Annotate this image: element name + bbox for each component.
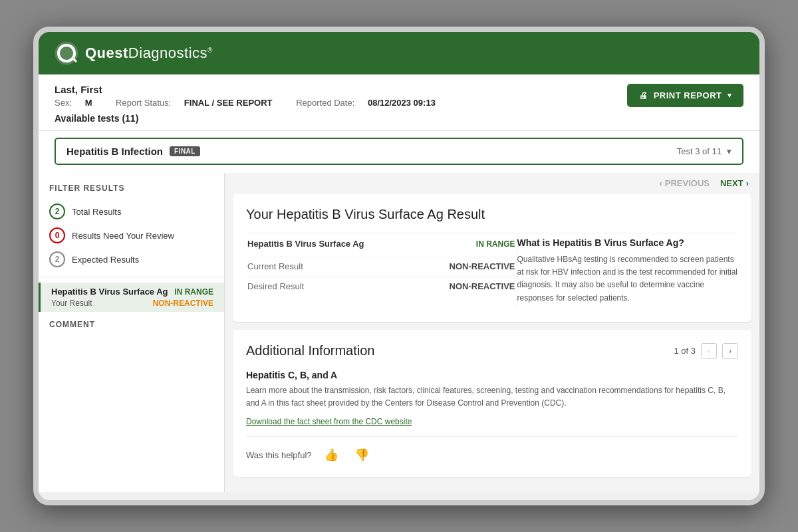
right-panel: ‹ PREVIOUS NEXT › Your Hepatitis B Virus… <box>225 173 759 492</box>
result-item-row-1: Hepatitis B Virus Surface Ag IN RANGE <box>51 287 213 297</box>
header: QuestDiagnostics® <box>39 32 759 74</box>
patient-bar: Last, First Sex: M Report Status: FINAL … <box>39 74 759 131</box>
result-item-hbv[interactable]: Hepatitis B Virus Surface Ag IN RANGE Yo… <box>39 283 224 312</box>
print-report-button[interactable]: 🖨 PRINT REPORT ▾ <box>627 84 743 107</box>
hbv-surface-ag-name: Hepatitis B Virus Surface Ag <box>51 287 168 297</box>
test-count: Test 3 of 11 ▾ <box>677 146 732 156</box>
helpful-row: Was this helpful? 👍 👎 <box>246 446 738 464</box>
available-tests: Available tests (11) <box>55 113 457 124</box>
col-test-status: IN RANGE <box>419 239 515 255</box>
result-item-row-2: Your Result NON-REACTIVE <box>51 299 213 308</box>
additional-info-header: Additional Information 1 of 3 ‹ › <box>246 343 738 359</box>
report-status-field: Report Status: FINAL / SEE REPORT <box>116 98 285 108</box>
sex-field: Sex: M <box>55 98 105 108</box>
test-name: Hepatitis B Infection <box>66 146 163 157</box>
what-is-text: Qualitative HBsAg testing is recommended… <box>517 253 739 305</box>
test-selector-left: Hepatitis B Infection FINAL <box>66 146 200 157</box>
expected-results-label: Expected Results <box>72 255 139 265</box>
thumbs-down-button[interactable]: 👎 <box>350 446 373 464</box>
quest-logo-icon <box>55 41 78 65</box>
thumbs-up-button[interactable]: 👍 <box>320 446 342 464</box>
filter-total-results[interactable]: 2 Total Results <box>39 200 224 223</box>
hbv-surface-ag-status: IN RANGE <box>174 287 213 297</box>
col-test-name: Hepatitis B Virus Surface Ag <box>247 239 418 255</box>
logo-text: QuestDiagnostics® <box>85 45 213 62</box>
patient-name: Last, First <box>55 84 457 95</box>
chevron-right-icon: › <box>746 178 749 188</box>
chevron-down-icon: ▾ <box>727 146 732 156</box>
download-link[interactable]: Download the fact sheet from the CDC web… <box>246 417 412 426</box>
filter-needs-review[interactable]: 0 Results Need Your Review <box>39 223 224 247</box>
main-content: FILTER RESULTS 2 Total Results 0 Results… <box>39 173 759 492</box>
result-data-table: Hepatitis B Virus Surface Ag IN RANGE Cu… <box>246 237 517 297</box>
current-result-label: Current Result <box>247 257 418 275</box>
reported-date-field: Reported Date: 08/12/2023 09:13 <box>296 98 446 108</box>
what-is-title: What is Hepatitis B Virus Surface Ag? <box>517 237 739 248</box>
filter-expected-results[interactable]: 2 Expected Results <box>39 247 224 271</box>
filter-heading: FILTER RESULTS <box>39 184 224 200</box>
printer-icon: 🖨 <box>639 90 648 100</box>
your-result-label: Your Result <box>51 299 92 308</box>
hep-cba-title: Hepatitis C, B, and A <box>246 370 738 380</box>
previous-button[interactable]: ‹ PREVIOUS <box>659 178 710 188</box>
total-results-badge: 2 <box>49 203 65 219</box>
result-table: Hepatitis B Virus Surface Ag IN RANGE Cu… <box>246 233 738 309</box>
needs-review-badge: 0 <box>49 227 65 243</box>
needs-review-label: Results Need Your Review <box>72 231 174 241</box>
test-selector-bar: Hepatitis B Infection FINAL Test 3 of 11… <box>39 131 759 173</box>
result-table-left: Hepatitis B Virus Surface Ag IN RANGE Cu… <box>246 233 517 309</box>
sidebar-divider <box>39 277 224 277</box>
test-selector-dropdown[interactable]: Hepatitis B Infection FINAL Test 3 of 11… <box>55 138 743 165</box>
desired-result-label: Desired Result <box>247 277 418 295</box>
current-result-value: NON-REACTIVE <box>419 257 515 275</box>
pagination: 1 of 3 ‹ › <box>674 343 738 359</box>
additional-info-title: Additional Information <box>246 343 374 358</box>
card-divider <box>246 436 738 437</box>
helpful-label: Was this helpful? <box>246 450 312 460</box>
final-badge: FINAL <box>170 146 200 156</box>
hep-cba-description: Learn more about the transmission, risk … <box>246 384 738 410</box>
chevron-down-icon: ▾ <box>728 91 732 100</box>
your-result-value: NON-REACTIVE <box>153 299 213 308</box>
sidebar: FILTER RESULTS 2 Total Results 0 Results… <box>39 173 225 492</box>
next-button[interactable]: NEXT › <box>720 178 749 188</box>
logo: QuestDiagnostics® <box>55 41 213 65</box>
pagination-next-button[interactable]: › <box>722 343 738 359</box>
result-table-right: What is Hepatitis B Virus Surface Ag? Qu… <box>517 233 738 309</box>
total-results-label: Total Results <box>72 207 121 217</box>
patient-info: Last, First Sex: M Report Status: FINAL … <box>55 84 457 124</box>
nav-row: ‹ PREVIOUS NEXT › <box>225 173 759 194</box>
comment-label: COMMENT <box>49 320 213 329</box>
pagination-prev-button[interactable]: ‹ <box>701 343 717 359</box>
comment-section: COMMENT <box>39 312 224 337</box>
expected-results-badge: 2 <box>49 251 65 267</box>
patient-meta: Sex: M Report Status: FINAL / SEE REPORT… <box>55 98 457 108</box>
chevron-left-icon: ‹ <box>659 178 662 188</box>
desired-result-value: NON-REACTIVE <box>419 277 515 295</box>
additional-info-card: Additional Information 1 of 3 ‹ › Hepati… <box>233 330 751 477</box>
main-card-title: Your Hepatitis B Virus Surface Ag Result <box>246 207 738 222</box>
main-result-card: Your Hepatitis B Virus Surface Ag Result… <box>233 194 751 322</box>
